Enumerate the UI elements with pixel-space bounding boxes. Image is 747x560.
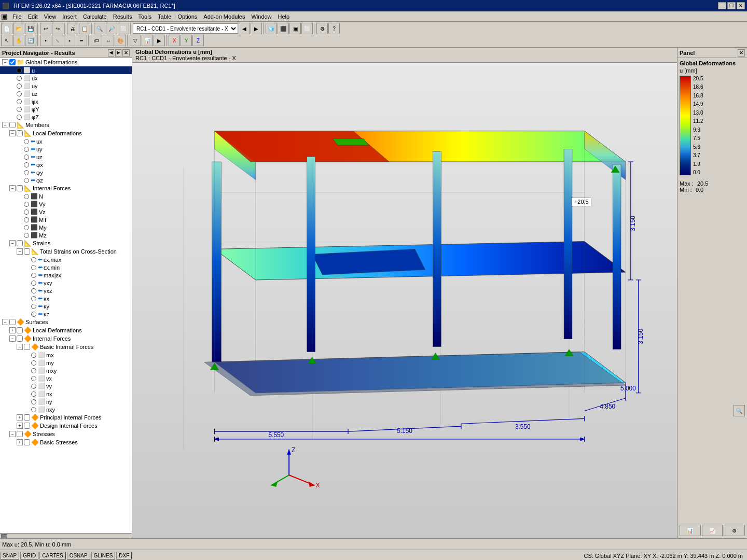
expand-icon-surfaces[interactable]: −	[2, 319, 8, 325]
expand-icon[interactable]: −	[2, 59, 8, 65]
tb-3d-view[interactable]: 🧊	[266, 23, 277, 34]
panel-close-btn[interactable]: ✕	[738, 49, 745, 57]
nav-scroll-thumb[interactable]	[1, 534, 7, 538]
tree-my[interactable]: ⬜ my	[0, 359, 132, 367]
tree-mxy[interactable]: ⬜ mxy	[0, 367, 132, 374]
tb-zoom-all[interactable]: ⬜	[118, 23, 129, 34]
tree-m-phiz[interactable]: ⬅ φz	[0, 176, 132, 184]
radio-phiZ[interactable]	[17, 115, 22, 120]
tb-member[interactable]: ━	[76, 35, 87, 46]
tb-result-diag[interactable]: 📊	[142, 35, 153, 46]
radio-ex-min[interactable]	[31, 265, 36, 270]
tree-strains[interactable]: − 📐 Strains	[0, 239, 132, 247]
tree-stresses[interactable]: − 🔶 Stresses	[0, 430, 132, 438]
tb-rotate[interactable]: 🔄	[25, 35, 36, 46]
radio-kz[interactable]	[31, 312, 36, 317]
expand-icon-members[interactable]: −	[2, 122, 8, 128]
checkbox-basic-if[interactable]	[24, 344, 30, 350]
checkbox-basic-stresses[interactable]	[24, 439, 30, 445]
tb-top[interactable]: ⬜	[301, 23, 313, 34]
snap-btn-dxf[interactable]: DXF	[116, 552, 132, 559]
tree-total-strains[interactable]: − 📐 Total Strains on Cross-Section	[0, 247, 132, 256]
expand-icon-stresses[interactable]: −	[9, 431, 16, 437]
expand-icon-basic-stresses[interactable]: +	[17, 439, 23, 445]
radio-nxy[interactable]	[31, 407, 36, 412]
tree-s-local-def[interactable]: + 🔶 Local Deformations	[0, 326, 132, 334]
radio-mxy[interactable]	[31, 368, 36, 373]
app-menu-icon[interactable]: ▣	[1, 12, 7, 20]
tree-vy[interactable]: ⬜ vy	[0, 382, 132, 390]
radio-m-ux[interactable]	[24, 139, 29, 144]
tree-m-Vz[interactable]: ⬛ Vz	[0, 208, 132, 216]
tree-item-phiY[interactable]: ⬜ φY	[0, 105, 132, 113]
tree-mx[interactable]: ⬜ mx	[0, 351, 132, 359]
expand-icon-principal-if[interactable]: +	[17, 414, 23, 421]
radio-u[interactable]	[17, 68, 22, 73]
snap-btn-cartes[interactable]: CARTES	[39, 552, 65, 559]
tree-item-ux[interactable]: ⬜ ux	[0, 74, 132, 82]
menu-item-insert[interactable]: Insert	[59, 12, 80, 21]
tree-m-N[interactable]: ⬛ N	[0, 192, 132, 200]
snap-btn-grid[interactable]: GRID	[20, 552, 38, 559]
checkbox-principal-if[interactable]	[24, 414, 30, 421]
radio-m-MT[interactable]	[24, 217, 29, 222]
menu-item-help[interactable]: Help	[275, 12, 293, 21]
menu-item-tools[interactable]: Tools	[135, 12, 155, 21]
tree-m-Mz[interactable]: ⬛ Mz	[0, 231, 132, 239]
snap-btn-osnap[interactable]: OSNAP	[67, 552, 90, 559]
result-combo[interactable]: RC1 - CCD1 - Envolvente resultante - X	[133, 23, 238, 34]
tree-m-ux[interactable]: ⬅ ux	[0, 137, 132, 145]
checkbox-surfaces[interactable]	[9, 319, 16, 325]
tree-max-ex[interactable]: ⬅ max|εx|	[0, 271, 132, 279]
expand-icon-local-def[interactable]: −	[9, 130, 16, 136]
tree-design-if[interactable]: + 🔶 Design Internal Forces	[0, 422, 132, 430]
radio-m-Vz[interactable]	[24, 209, 29, 215]
tb-surface[interactable]: ▪	[64, 35, 75, 46]
radio-uz[interactable]	[17, 91, 22, 96]
radio-phix[interactable]	[17, 99, 22, 104]
panel-btn-3[interactable]: ⚙	[724, 525, 745, 536]
tree-members[interactable]: − 📐 Members	[0, 121, 132, 129]
tb-print[interactable]: 🖨	[67, 23, 78, 34]
panel-zoom-btn[interactable]: 🔍	[734, 405, 745, 416]
radio-max-ex[interactable]	[31, 273, 36, 278]
checkbox-stresses[interactable]	[17, 431, 23, 437]
snap-btn-glines[interactable]: GLINES	[91, 552, 116, 559]
snap-btn-snap[interactable]: SNAP	[0, 552, 19, 559]
tb-filter[interactable]: ▽	[130, 35, 141, 46]
tree-kz[interactable]: ⬅ κz	[0, 310, 132, 318]
tb-dim[interactable]: ↔	[103, 35, 114, 46]
tree-principal-if[interactable]: + 🔶 Principal Internal Forces	[0, 413, 132, 422]
tree-local-def[interactable]: − 📐 Local Deformations	[0, 129, 132, 137]
tree-surfaces[interactable]: − 🔶 Surfaces	[0, 318, 132, 326]
radio-gxz[interactable]	[31, 288, 36, 293]
menu-item-edit[interactable]: Edit	[25, 12, 41, 21]
tb-z-axis[interactable]: Z	[192, 35, 204, 46]
tb-new[interactable]: 📄	[1, 23, 12, 34]
tree-item-uz[interactable]: ⬜ uz	[0, 90, 132, 97]
tb-x-axis[interactable]: X	[169, 35, 180, 46]
tree-ny[interactable]: ⬜ ny	[0, 398, 132, 405]
tb-move[interactable]: ✋	[13, 35, 24, 46]
menu-item-options[interactable]: Options	[174, 12, 200, 21]
menu-item-view[interactable]: View	[41, 12, 60, 21]
radio-m-N[interactable]	[24, 194, 29, 199]
checkbox-global-def[interactable]	[9, 59, 16, 65]
nav-scroll-right[interactable]: ▶	[115, 49, 121, 57]
tree-basic-if[interactable]: − 🔶 Basic Internal Forces	[0, 343, 132, 351]
checkbox-m-if[interactable]	[17, 185, 23, 191]
tree-ex-min[interactable]: ⬅ εx,min	[0, 263, 132, 271]
radio-m-phiz[interactable]	[24, 178, 29, 183]
radio-ex-max[interactable]	[31, 257, 36, 262]
tb-help[interactable]: ?	[328, 23, 340, 34]
expand-icon-m-if[interactable]: −	[9, 185, 16, 191]
nav-hscroll[interactable]	[0, 533, 132, 538]
expand-icon-strains[interactable]: −	[9, 240, 16, 246]
radio-gxy[interactable]	[31, 281, 36, 286]
tb-color[interactable]: 🎨	[115, 35, 126, 46]
tb-select[interactable]: ↖	[1, 35, 12, 46]
nav-scroll-left[interactable]: ◀	[108, 49, 114, 57]
tree-item-u[interactable]: ⬜ u	[0, 66, 132, 74]
tree-m-MT[interactable]: ⬛ MT	[0, 216, 132, 223]
tree-item-phiZ[interactable]: ⬜ φZ	[0, 113, 132, 121]
